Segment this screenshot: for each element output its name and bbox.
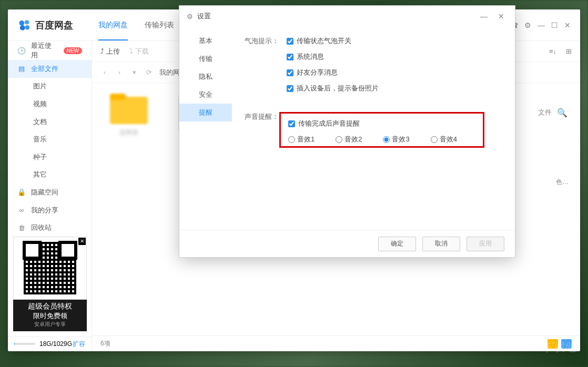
file-item[interactable]: 文件夹	[103, 94, 155, 137]
promo-panel: ✕ 超级会员特权 限时免费领 安卓用户专享	[13, 237, 87, 331]
nav-refresh-icon[interactable]: ⟳	[145, 68, 153, 76]
view-list-icon[interactable]: ≡↓	[549, 47, 556, 55]
search-icon[interactable]: 🔍	[554, 104, 571, 121]
sidebar: 🕒最近使用NEW ▤全部文件 图片 视频 文档 音乐 种子 其它 🔒隐藏空间 ∞…	[8, 41, 92, 351]
gear-icon[interactable]: ⚙	[524, 21, 531, 29]
storage-info: 18G/1029G 扩容	[8, 337, 92, 351]
svg-point-1	[25, 20, 29, 24]
ok-button[interactable]: 确定	[378, 237, 416, 251]
sound-highlight-box: 传输完成后声音提醒 音效1 音效2 音效3 音效4	[279, 112, 484, 148]
sidebar-item-recent[interactable]: 🕒最近使用NEW	[8, 41, 92, 60]
nav-forward-icon[interactable]: ›	[115, 68, 124, 76]
modal-nav: 基本 传输 隐私 安全 提醒	[179, 27, 232, 230]
chk-friend-share[interactable]: 好友分享消息	[287, 68, 502, 77]
sidebar-item-hidden[interactable]: 🔒隐藏空间	[8, 183, 92, 201]
footer-badge-1[interactable]	[548, 339, 558, 349]
radio-sound-1[interactable]: 音效1	[288, 135, 315, 144]
sidebar-item-torrents[interactable]: 种子	[8, 148, 92, 166]
mnav-reminder[interactable]: 提醒	[179, 104, 232, 121]
storage-bar	[14, 343, 35, 345]
download-icon: ⤵	[129, 47, 133, 55]
item-count: 6项	[100, 339, 110, 348]
bubble-label: 气泡提示：	[245, 36, 287, 99]
minimize-icon[interactable]: —	[538, 21, 545, 29]
mnav-basic[interactable]: 基本	[179, 32, 232, 50]
chk-device-backup[interactable]: 插入设备后，提示备份照片	[287, 84, 502, 93]
modal-footer: 确定 取消 应用	[179, 230, 515, 257]
svg-point-3	[25, 25, 29, 29]
mnav-privacy[interactable]: 隐私	[179, 68, 232, 86]
chk-transfer-bubble[interactable]: 传输状态气泡开关	[287, 36, 502, 46]
cloud-logo-icon	[17, 18, 32, 33]
promo-line2: 限时免费领	[13, 311, 87, 321]
sidebar-item-trash[interactable]: 🗑回收站	[8, 219, 92, 237]
modal-minimize-icon[interactable]: —	[477, 12, 491, 21]
promo-line3: 安卓用户专享	[13, 321, 87, 328]
modal-header: ⚙ 设置 — ✕	[179, 6, 515, 27]
app-title: 百度网盘	[35, 19, 73, 32]
upload-icon: ⤴	[100, 47, 104, 55]
modal-title: 设置	[197, 12, 211, 21]
share-icon: ∞	[17, 206, 26, 214]
modal-content: 气泡提示： 传输状态气泡开关 系统消息 好友分享消息 插入设备后，提示备份照片 …	[232, 27, 515, 230]
footer-badge-2[interactable]	[561, 339, 572, 349]
sidebar-item-images[interactable]: 图片	[8, 78, 92, 96]
search-placeholder: 文件	[538, 108, 552, 117]
settings-modal: ⚙ 设置 — ✕ 基本 传输 隐私 安全 提醒 气泡提示： 传输状态气泡开关 系…	[179, 5, 515, 258]
search-panel: 文件 🔍	[538, 104, 571, 121]
sidebar-item-videos[interactable]: 视频	[8, 95, 92, 113]
sidebar-item-shares[interactable]: ∞我的分享	[8, 201, 92, 219]
status-bar: 6项	[92, 335, 580, 351]
sidebar-item-docs[interactable]: 文档	[8, 113, 92, 131]
radio-sound-2[interactable]: 音效2	[336, 135, 362, 144]
sidebar-item-other[interactable]: 其它	[8, 166, 92, 184]
gear-icon: ⚙	[187, 13, 193, 21]
radio-sound-3[interactable]: 音效3	[383, 135, 409, 144]
cancel-button[interactable]: 取消	[422, 237, 460, 251]
trash-icon: 🗑	[17, 224, 26, 232]
apply-button[interactable]: 应用	[467, 237, 504, 251]
radio-sound-4[interactable]: 音效4	[431, 135, 457, 144]
storage-text: 18G/1029G	[39, 340, 72, 348]
tab-my-cloud[interactable]: 我的网盘	[90, 9, 136, 40]
modal-close-icon[interactable]: ✕	[495, 12, 508, 21]
file-icon: ▤	[17, 65, 26, 73]
sidebar-item-all-files[interactable]: ▤全部文件	[8, 60, 92, 78]
svg-point-2	[20, 25, 25, 30]
promo-close-icon[interactable]: ✕	[78, 238, 86, 245]
tab-transfers[interactable]: 传输列表	[136, 9, 183, 40]
new-badge: NEW	[64, 47, 82, 54]
nav-back-icon[interactable]: ‹	[100, 68, 109, 76]
nav-dropdown-icon[interactable]: ▾	[130, 68, 138, 76]
mnav-transfer[interactable]: 传输	[179, 50, 232, 68]
upload-button[interactable]: ⤴上传	[100, 47, 120, 56]
close-icon[interactable]: ✕	[564, 21, 571, 29]
chk-sound-complete[interactable]: 传输完成后声音提醒	[288, 119, 475, 128]
chk-system-msg[interactable]: 系统消息	[287, 52, 502, 62]
main-tabs: 我的网盘 传输列表	[90, 9, 183, 40]
promo-line1: 超级会员特权	[13, 302, 87, 311]
clock-icon: 🕒	[17, 47, 26, 55]
search-result-text: 色…	[556, 178, 569, 187]
qr-code	[13, 237, 87, 300]
mnav-security[interactable]: 安全	[179, 86, 232, 104]
window-controls: ☎ ⚙ — ☐ ✕	[509, 21, 571, 29]
view-grid-icon[interactable]: ⊞	[566, 47, 572, 55]
folder-icon	[110, 94, 148, 124]
svg-point-0	[19, 20, 25, 25]
app-logo: 百度网盘	[17, 18, 73, 33]
storage-expand-link[interactable]: 扩容	[73, 340, 85, 349]
lock-icon: 🔒	[17, 188, 26, 196]
sidebar-item-music[interactable]: 音乐	[8, 130, 92, 148]
download-button[interactable]: ⤵下载	[129, 47, 149, 56]
maximize-icon[interactable]: ☐	[551, 21, 558, 29]
file-name-blurred: 文件夹	[103, 128, 155, 137]
